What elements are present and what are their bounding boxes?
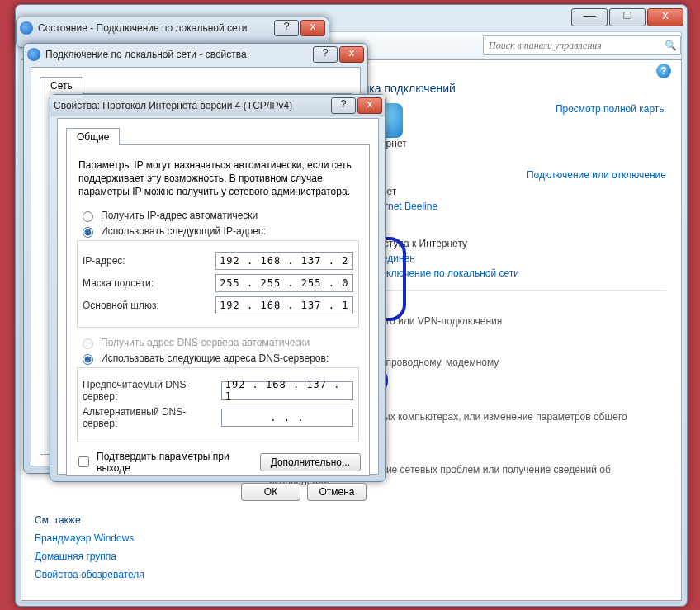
search-input[interactable] (487, 39, 665, 53)
ip-address-label: IP-адрес: (83, 255, 209, 267)
preferred-dns-input[interactable]: 192 . 168 . 137 . 1 (221, 381, 353, 400)
close-button[interactable]: x (300, 20, 325, 36)
sidebar-link-internet-options[interactable]: Свойства обозревателя (35, 569, 208, 580)
see-also-header: См. также (35, 514, 208, 526)
search-box[interactable]: 🔍 (483, 35, 681, 55)
ip-fields-group: IP-адрес: 192 . 168 . 137 . 2 Маска подс… (77, 240, 359, 328)
status-window-title: Состояние - Подключение по локальной сет… (38, 22, 248, 34)
tab-general[interactable]: Общие (66, 128, 120, 145)
status-window-titlebar[interactable]: Состояние - Подключение по локальной сет… (17, 17, 329, 39)
radio-ip-auto-label: Получить IP-адрес автоматически (101, 210, 258, 221)
properties-window-title: Подключение по локальной сети - свойства (45, 49, 247, 60)
default-gateway-label: Основной шлюз: (83, 300, 209, 311)
alternate-dns-input[interactable]: . . . (221, 409, 353, 427)
minimize-button[interactable]: — (571, 8, 608, 26)
radio-dns-auto-row: Получить адрес DNS-сервера автоматически (78, 336, 357, 349)
alternate-dns-label: Альтернативный DNS-сервер: (83, 406, 215, 429)
maximize-button[interactable]: □ (609, 8, 646, 26)
radio-ip-manual-label: Использовать следующий IP-адрес: (101, 225, 266, 237)
radio-dns-manual-label: Использовать следующие адреса DNS-сервер… (101, 352, 329, 364)
ok-button[interactable]: ОК (241, 483, 300, 501)
properties-window-titlebar[interactable]: Подключение по локальной сети - свойства… (24, 44, 367, 65)
see-also-sidebar: См. также Брандмауэр Windows Домашняя гр… (35, 514, 208, 587)
radio-ip-auto[interactable] (83, 211, 93, 222)
ipv4-properties-dialog: Свойства: Протокол Интернета версии 4 (T… (50, 94, 386, 482)
dns-fields-group: Предпочитаемый DNS-сервер: 192 . 168 . 1… (77, 367, 359, 442)
access-type-value: Интернет (353, 186, 666, 197)
ipv4-dialog-titlebar[interactable]: Свойства: Протокол Интернета версии 4 (T… (50, 95, 385, 116)
cancel-button[interactable]: Отмена (307, 483, 367, 501)
search-icon[interactable]: 🔍 (665, 40, 677, 51)
help-button[interactable]: ? (274, 20, 299, 36)
help-icon[interactable]: ? (656, 64, 671, 78)
connection-link-lan[interactable]: Подключение по локальной сети (368, 267, 519, 279)
help-button[interactable]: ? (313, 46, 338, 63)
close-button[interactable]: x (647, 8, 683, 26)
ipv4-dialog-title: Свойства: Протокол Интернета версии 4 (T… (54, 100, 292, 111)
radio-ip-manual[interactable] (83, 227, 93, 238)
radio-dns-manual[interactable] (83, 354, 93, 365)
close-button[interactable]: x (339, 46, 364, 63)
sidebar-link-firewall[interactable]: Брандмауэр Windows (35, 532, 208, 544)
advanced-button[interactable]: Дополнительно... (260, 453, 361, 471)
confirm-on-exit-label: Подтвердить параметры при выходе (97, 451, 260, 474)
view-full-map-link[interactable]: Просмотр полной карты (556, 103, 666, 115)
connect-disconnect-link[interactable]: Подключение или отключение (527, 169, 666, 181)
access-type-value-2: Без доступа к Интернету (353, 238, 666, 249)
radio-ip-auto-row[interactable]: Получить IP-адрес автоматически (78, 209, 357, 222)
default-gateway-input[interactable]: 192 . 168 . 137 . 1 (215, 296, 353, 314)
tab-network[interactable]: Сеть (40, 77, 83, 94)
subnet-mask-input[interactable]: 255 . 255 . 255 . 0 (215, 274, 353, 292)
ipv4-explanation: Параметры IP могут назначаться автоматич… (78, 158, 357, 199)
confirm-on-exit-checkbox[interactable] (78, 456, 89, 467)
close-button[interactable]: x (357, 97, 382, 114)
sidebar-link-homegroup[interactable]: Домашняя группа (35, 551, 208, 562)
help-button[interactable]: ? (331, 97, 356, 114)
radio-dns-auto-label: Получить адрес DNS-сервера автоматически (101, 337, 310, 348)
network-icon (27, 48, 40, 61)
ip-address-input[interactable]: 192 . 168 . 137 . 2 (215, 252, 353, 270)
radio-dns-auto (83, 338, 93, 349)
network-icon (20, 21, 33, 35)
radio-dns-manual-row[interactable]: Использовать следующие адреса DNS-сервер… (78, 352, 357, 365)
ipv4-dialog-body: Общие Параметры IP могут назначаться авт… (57, 118, 379, 475)
subnet-mask-label: Маска подсети: (83, 277, 209, 289)
radio-ip-manual-row[interactable]: Использовать следующий IP-адрес: (78, 225, 357, 238)
preferred-dns-label: Предпочитаемый DNS-сервер: (83, 379, 215, 402)
